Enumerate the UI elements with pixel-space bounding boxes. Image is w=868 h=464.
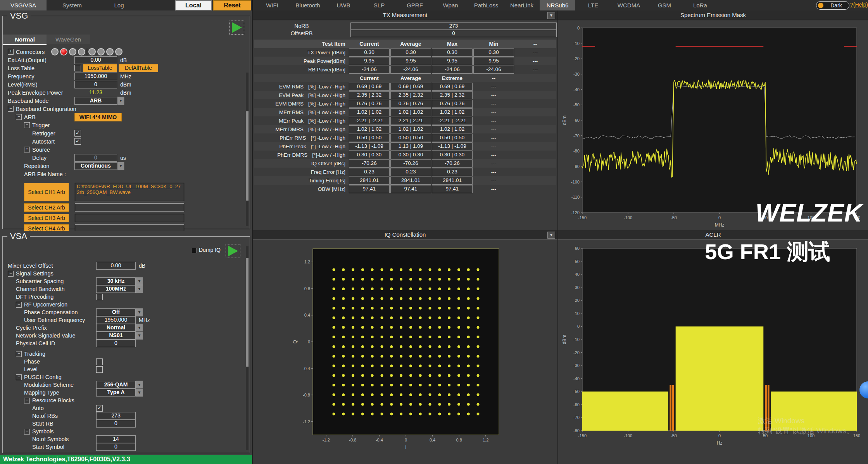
vsg-scrollbar-thumb[interactable] [246,111,248,201]
chevron-down-icon[interactable]: ▼ [117,97,124,105]
modulation-scheme-select[interactable]: 256-QAM [96,381,136,389]
tab-nearlink[interactable]: NearLink [504,0,540,10]
select-ch3-arb-button[interactable]: Select CH3 Arb [24,214,69,222]
level-rms-field[interactable]: 0 [74,81,117,88]
chevron-down-icon[interactable]: ▼ [136,381,143,389]
tab-gsm[interactable]: GSM [647,0,682,10]
collapse-icon[interactable]: − [24,429,30,435]
vsa-play-button[interactable] [226,244,240,258]
row-label: Mapping Type [24,390,59,396]
collapse-icon[interactable]: − [16,374,22,380]
start-symbol-field[interactable]: 0 [96,443,136,451]
tab-slp[interactable]: SLP [361,0,397,10]
offsetrb-value[interactable]: 0 [350,30,557,37]
vsg-tab-wavegen[interactable]: WaveGen [47,35,90,44]
tab-vsg-vsa[interactable]: VSG/VSA [0,0,47,10]
tab-system[interactable]: System [47,0,98,10]
chevron-down-icon[interactable]: ▼ [547,12,555,19]
autostart-checkbox[interactable]: ✓ [74,138,81,145]
vsg-tab-normal[interactable]: Normal [3,35,47,45]
vsg-play-button[interactable] [230,21,244,35]
mapping-type-select[interactable]: Type A [96,389,136,396]
connector-radio-4[interactable] [78,48,85,55]
chevron-down-icon[interactable]: ▼ [136,308,143,317]
tab-wpan[interactable]: Wpan [433,0,468,10]
delalltable-button[interactable]: DelAllTable [119,64,158,72]
collapse-icon[interactable]: − [24,122,30,128]
select-ch2-arb-button[interactable]: Select CH2 Arb [24,203,69,212]
tab-nrsub6[interactable]: NRSub6 [540,0,575,10]
value-box: -24.06 [432,66,473,74]
local-button[interactable]: Local [175,0,212,10]
connector-radio-5[interactable] [88,48,96,55]
retrigger-checkbox[interactable]: ✓ [74,130,81,137]
physical-cell-id-field[interactable]: 0 [96,339,136,347]
user-defined-frequency-field[interactable]: 1950.000 [96,316,136,324]
chevron-down-icon[interactable]: ▼ [117,162,124,170]
chevron-down-icon[interactable]: ▼ [136,331,143,340]
tab-lte[interactable]: LTE [575,0,611,10]
connector-radio-8[interactable] [115,48,123,55]
frequency-field[interactable]: 1950.000 [74,73,117,80]
losstable-button[interactable]: LossTable [83,64,117,72]
chevron-down-icon[interactable]: ▼ [136,388,143,397]
tab-pathloss[interactable]: PathLoss [468,0,504,10]
no-of-rbs-field[interactable]: 273 [96,412,136,420]
help-link[interactable]: ?(Help) [850,2,868,8]
chevron-down-icon[interactable]: ▼ [136,324,143,332]
phase-checkbox[interactable] [96,358,103,365]
dark-mode-toggle[interactable]: Dark [816,1,849,10]
dft-precoding-checkbox[interactable] [96,294,103,300]
chevron-down-icon[interactable]: ▼ [547,232,555,239]
tab-log[interactable]: Log [98,0,140,10]
vsa-scrollbar-thumb[interactable] [246,258,248,367]
network-signaled-value-select[interactable]: NS01 [96,332,136,339]
reset-button[interactable]: Reset [213,0,251,10]
expand-icon[interactable]: + [8,49,14,55]
wifi-4-4-mimo-button[interactable]: WIFI 4*4 MIMO [74,113,122,121]
auto-checkbox[interactable]: ✓ [96,405,103,412]
tab-gprf[interactable]: GPRF [397,0,433,10]
dump-iq-checkbox[interactable] [191,248,197,253]
level-checkbox[interactable] [96,366,103,373]
collapse-icon[interactable]: − [16,302,22,308]
connector-radio-7[interactable] [106,48,114,55]
cyclic-prefix-select[interactable]: Normal [96,324,136,332]
connector-radio-3[interactable] [69,48,76,55]
baseband-mode-select[interactable]: ARB [74,97,117,105]
peak-envelope-power-field[interactable]: 11.23 [74,89,117,97]
expand-icon[interactable]: + [24,147,30,152]
tab-lora[interactable]: LoRa [682,0,718,10]
phase-compensation-select[interactable]: Off [96,308,136,316]
arb-file-field[interactable]: C:\tool\90F\NR_FDD_UL_100M_SC30K_0_273rb… [75,183,184,201]
arb-file-field[interactable] [75,214,184,222]
channel-bandwidth-select[interactable]: 100MHz [96,285,136,293]
ext-att-output-field[interactable]: 0.00 [74,56,117,64]
start-rb-field[interactable]: 0 [96,420,136,428]
tab-uwb[interactable]: UWB [326,0,361,10]
tab-wcdma[interactable]: WCDMA [611,0,647,10]
collapse-icon[interactable]: − [8,271,14,277]
collapse-icon[interactable]: − [16,351,22,357]
select-ch1-arb-button[interactable]: Select CH1 Arb [24,183,69,201]
vsa-scrollbar[interactable] [246,246,248,450]
subcarrier-spacing-select[interactable]: 30 kHz [96,277,136,285]
chevron-down-icon[interactable]: ▼ [136,285,143,293]
vsg-scrollbar[interactable] [246,73,248,226]
chevron-down-icon[interactable]: ▼ [136,277,143,286]
arb-file-field[interactable] [75,203,184,212]
delay-field[interactable]: 0 [74,154,117,162]
loss-table-checkbox[interactable] [74,65,81,71]
collapse-icon[interactable]: − [8,106,14,112]
norb-value[interactable]: 273 [350,23,557,30]
mixer-level-offset-field[interactable]: 0.00 [96,262,136,270]
no-of-symbols-field[interactable]: 14 [96,435,136,443]
collapse-icon[interactable]: − [24,398,30,403]
tab-bluetooth[interactable]: Bluetooth [290,0,326,10]
connector-radio-6[interactable] [97,48,105,55]
collapse-icon[interactable]: − [16,114,22,120]
connector-radio-2[interactable] [60,48,67,55]
tab-wifi[interactable]: WIFI [254,0,290,10]
connector-radio-1[interactable] [51,48,59,55]
repetition-select[interactable]: Continuous [74,162,117,170]
